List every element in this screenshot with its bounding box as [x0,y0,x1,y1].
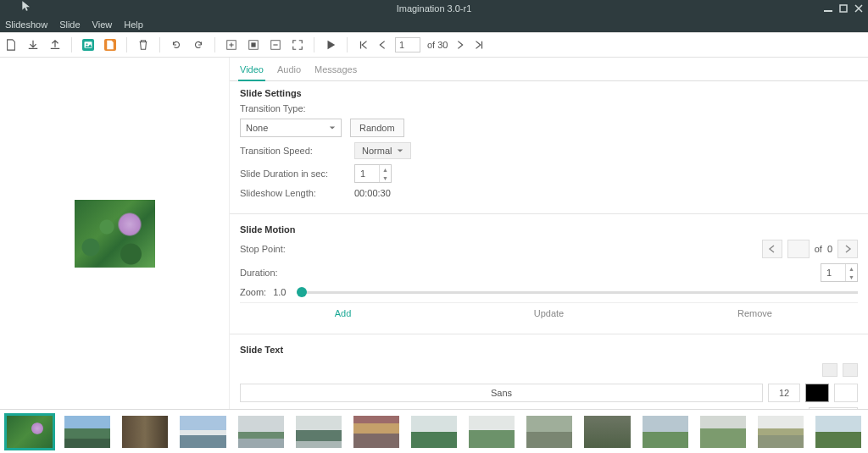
transition-speed-dropdown[interactable]: Normal [354,142,411,159]
text-style-1-button[interactable] [822,363,837,377]
menubar: Slideshow Slide View Help [0,17,868,32]
slide-number-input[interactable] [395,37,420,52]
menu-view[interactable]: View [92,19,113,30]
preview-image [75,200,155,268]
thumbnail-13[interactable] [700,416,746,448]
slide-motion-title: Slide Motion [240,224,858,235]
slider-thumb[interactable] [297,287,307,297]
slideshow-length-label: Slideshow Length: [240,188,346,198]
transition-type-label: Transition Type: [240,103,346,113]
menu-help[interactable]: Help [124,19,143,30]
chevron-down-icon [329,124,336,131]
panel-tabs: Video Audio Messages [230,58,868,81]
thumbnail-6[interactable] [296,416,342,448]
slide-text-title: Slide Text [240,345,858,355]
first-slide-button[interactable] [358,39,370,51]
thumbnail-10[interactable] [526,416,572,448]
thumbnail-8[interactable] [411,416,457,448]
stop-point-label: Stop Point: [240,244,346,254]
bg-color-picker[interactable] [834,384,858,402]
random-button[interactable]: Random [350,119,404,137]
thumbnail-4[interactable] [180,416,225,448]
motion-update-button[interactable]: Update [446,303,652,323]
thumbnail-2[interactable] [64,416,110,448]
thumbnail-7[interactable] [353,416,399,448]
svg-rect-1 [840,5,847,12]
cursor-icon [20,0,32,12]
import-image-button[interactable] [82,39,94,51]
thumbnail-15[interactable] [815,416,861,448]
motion-of-label: of [815,244,822,254]
motion-next-button[interactable] [837,240,858,258]
menu-slide[interactable]: Slide [59,19,80,30]
tab-audio[interactable]: Audio [275,61,303,80]
svg-rect-6 [251,42,255,47]
motion-duration-spinbox[interactable]: 1 ▲▼ [821,263,858,282]
thumbnail-14[interactable] [758,416,804,448]
spin-down-icon[interactable]: ▼ [380,174,391,182]
toolbar: of 30 [0,32,868,58]
rotate-ccw-button[interactable] [170,39,182,51]
spin-up-icon[interactable]: ▲ [380,165,391,174]
minimize-icon[interactable] [824,4,832,13]
motion-remove-button[interactable]: Remove [652,303,858,323]
maximize-icon[interactable] [839,4,848,13]
play-button[interactable] [325,39,337,51]
main-area: Video Audio Messages Slide Settings Tran… [0,58,868,409]
thumbnail-1[interactable] [7,416,53,448]
thumbnail-strip [0,409,868,453]
spin-down-icon[interactable]: ▼ [846,273,857,281]
import-audio-button[interactable] [104,39,116,51]
fullscreen-button[interactable] [292,39,303,51]
rotate-cw-button[interactable] [192,39,204,51]
motion-index-field[interactable] [787,240,810,258]
motion-add-button[interactable]: Add [240,303,446,323]
next-slide-button[interactable] [454,39,466,51]
preview-pane [0,58,229,409]
transition-type-value: None [246,123,268,133]
delete-button[interactable] [137,39,149,51]
prev-slide-button[interactable] [376,39,388,51]
thumbnail-12[interactable] [643,416,688,448]
last-slide-button[interactable] [473,39,485,51]
section-slide-motion: Slide Motion Stop Point: of 0 Duration: … [230,218,868,330]
tab-video[interactable]: Video [238,61,265,81]
save-button[interactable] [49,39,61,51]
font-color-picker[interactable] [805,384,829,402]
font-family-select[interactable]: Sans [240,384,763,402]
motion-prev-button[interactable] [762,240,782,258]
zoom-out-button[interactable] [270,39,281,51]
thumbnail-3[interactable] [122,416,168,448]
titlebar: Imagination 3.0-r1 [0,0,868,17]
thumbnail-9[interactable] [469,416,515,448]
thumbnail-5[interactable] [238,416,284,448]
properties-panel: Video Audio Messages Slide Settings Tran… [229,58,868,409]
tab-messages[interactable]: Messages [313,61,359,80]
svg-point-3 [86,43,88,45]
slide-duration-label: Slide Duration in sec: [240,168,346,179]
new-button[interactable] [5,39,17,51]
zoom-slider[interactable] [297,291,858,294]
window-title: Imagination 3.0-r1 [397,3,472,14]
transition-speed-label: Transition Speed: [240,146,346,156]
slide-duration-spinbox[interactable]: 1 ▲▼ [354,164,392,183]
slide-settings-title: Slide Settings [240,88,858,98]
open-button[interactable] [27,39,39,51]
zoom-in-button[interactable] [225,39,237,51]
svg-rect-0 [824,10,832,12]
motion-duration-label: Duration: [240,268,346,278]
zoom-label: Zoom: [240,287,266,297]
text-style-2-button[interactable] [843,363,858,377]
slide-total-label: of 30 [427,40,448,50]
motion-of-value: 0 [827,244,832,254]
font-size-input[interactable]: 12 [768,384,800,402]
thumbnail-11[interactable] [584,416,630,448]
slideshow-length-value: 00:00:30 [354,188,391,198]
close-icon[interactable] [854,4,863,13]
zoom-fit-button[interactable] [248,39,259,51]
transition-type-dropdown[interactable]: None [240,119,342,137]
zoom-value: 1.0 [273,287,290,297]
spin-up-icon[interactable]: ▲ [846,264,857,273]
menu-slideshow[interactable]: Slideshow [5,19,47,30]
section-slide-text: Slide Text Sans 12 Animation: None Anima… [230,338,868,409]
